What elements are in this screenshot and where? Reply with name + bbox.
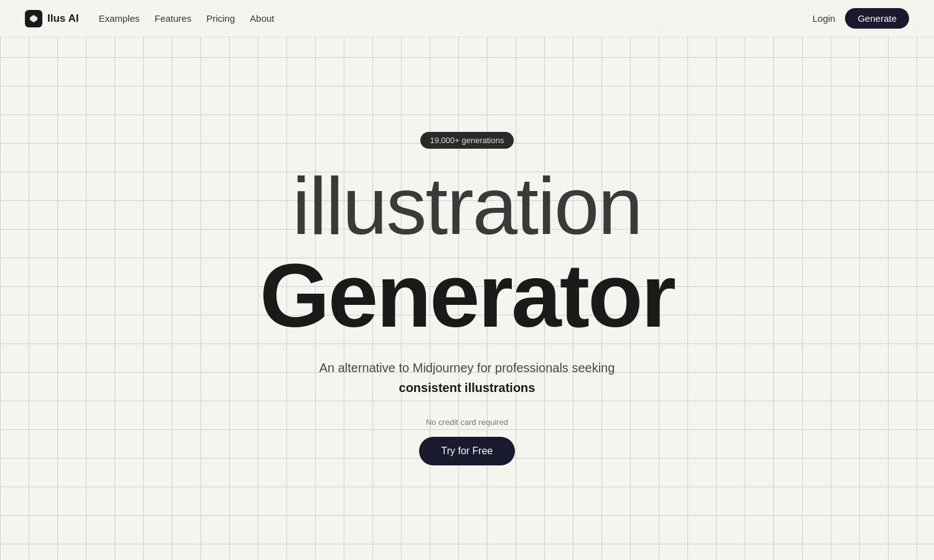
nav-link-features[interactable]: Features	[154, 13, 191, 24]
hero-title-line2: Generator	[260, 248, 674, 343]
nav-links: Examples Features Pricing About	[98, 13, 274, 24]
logo-icon	[25, 10, 42, 27]
generate-button[interactable]: Generate	[845, 8, 909, 29]
hero-title-line1: illustration	[260, 164, 674, 249]
no-credit-card-text: No credit card required	[426, 418, 508, 427]
hero-title: illustration Generator	[260, 164, 674, 343]
nav-link-examples[interactable]: Examples	[98, 13, 139, 24]
hero-subtitle: An alternative to Midjourney for profess…	[319, 358, 615, 398]
hero-section: 19,000+ generations illustration Generat…	[0, 37, 934, 560]
hero-subtitle-normal: An alternative to Midjourney for profess…	[319, 361, 615, 375]
login-button[interactable]: Login	[813, 13, 836, 24]
cta-group: No credit card required Try for Free	[419, 418, 516, 465]
nav-left: Ilus AI Examples Features Pricing About	[25, 10, 275, 27]
hero-subtitle-bold: consistent illustrations	[399, 381, 535, 394]
generations-badge: 19,000+ generations	[420, 132, 514, 149]
try-for-free-button[interactable]: Try for Free	[419, 437, 516, 465]
nav-link-about[interactable]: About	[250, 13, 274, 24]
navbar: Ilus AI Examples Features Pricing About …	[0, 0, 934, 37]
svg-marker-0	[30, 15, 37, 22]
nav-right: Login Generate	[813, 8, 909, 29]
logo-text: Ilus AI	[47, 12, 78, 25]
nav-link-pricing[interactable]: Pricing	[206, 13, 235, 24]
logo[interactable]: Ilus AI	[25, 10, 78, 27]
